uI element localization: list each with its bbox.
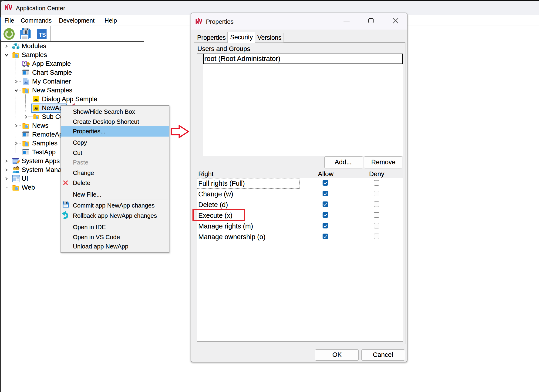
svg-text:JS: JS xyxy=(34,98,38,101)
svg-text:JS: JS xyxy=(34,107,38,110)
